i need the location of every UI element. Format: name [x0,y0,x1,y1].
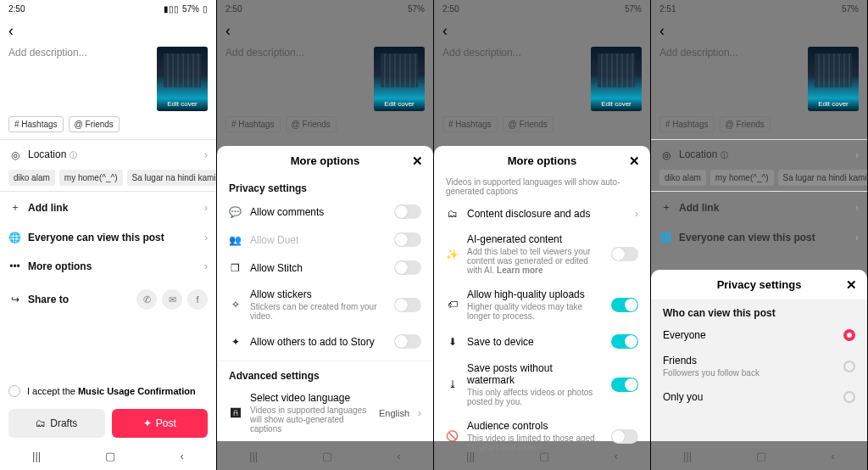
select-language-row[interactable]: 🅰 Select video language Videos in suppor… [217,385,433,440]
close-button[interactable]: ✕ [629,154,640,169]
privacy-sheet: Privacy settings ✕ Who can view this pos… [651,270,867,441]
hashtags-chip: # Hashtags [225,116,281,132]
option-onlyyou-row[interactable]: Only you [651,384,867,410]
location-pill[interactable]: Sa lugar na hindi kami ... [127,170,216,186]
option-friends-row[interactable]: Friends Followers you follow back [651,348,867,384]
status-bar: 2:51 57% [651,0,867,17]
location-label: Location ⓘ [28,148,198,161]
status-right: ▮▯▯ 57% ▯ [164,4,208,14]
option-everyone-row[interactable]: Everyone [651,322,867,348]
add-link-label: Add link [679,202,849,214]
status-bar: 2:50 57% [434,0,650,17]
hq-upload-row[interactable]: 🏷 Allow high-quality uploads Higher qual… [434,282,650,327]
allow-stitch-row[interactable]: ❐ Allow Stitch [217,254,433,282]
back-button[interactable]: ‹ [659,22,665,39]
language-value: English [379,408,409,418]
visibility-row[interactable]: 🌐 Everyone can view this post › [0,223,216,252]
option-friends-radio[interactable] [843,361,855,372]
video-thumbnail[interactable]: Edit cover [157,47,208,111]
option-onlyyou-label: Only you [663,391,835,403]
option-friends-label: Friends [663,355,835,366]
facebook-icon[interactable]: f [187,289,208,310]
description-input[interactable]: Add description... [8,47,152,111]
globe-icon: 🌐 [8,232,21,243]
back-button[interactable]: ‹ [225,22,231,39]
location-pill[interactable]: my home(^_^) [59,170,123,186]
ai-content-sub: Add this label to tell viewers your cont… [467,247,603,275]
chevron-right-icon: › [855,232,859,243]
sheet-header: More options ✕ [434,146,650,176]
allow-stickers-toggle[interactable] [394,298,421,312]
no-watermark-row[interactable]: ⤓ Save posts without watermark This only… [434,355,650,413]
allow-duet-label: Allow Duet [250,234,386,246]
allow-comments-toggle[interactable] [394,204,421,219]
nav-recent-icon[interactable]: ||| [32,450,41,462]
nav-recent-icon[interactable]: ||| [249,450,258,462]
compose-screen-dim: 2:50 57% ‹ Add description... Edit cover… [217,0,434,470]
add-to-story-toggle[interactable] [394,334,421,349]
add-to-story-label: Allow others to add to Story [250,336,386,348]
save-device-row[interactable]: ⬇ Save to device [434,327,650,355]
close-button[interactable]: ✕ [846,277,857,293]
hq-upload-toggle[interactable] [611,298,638,312]
badge-icon: 🏷 [446,299,459,311]
hashtags-chip[interactable]: # Hashtags [8,116,64,132]
edit-cover-label: Edit cover [601,100,632,108]
edit-cover-label[interactable]: Edit cover [167,100,198,108]
music-confirm-radio[interactable] [8,385,20,397]
add-link-label: Add link [28,202,198,214]
learn-more-link[interactable]: Learn more [497,266,542,275]
android-navbar: ||| ▢ ‹ [217,441,433,470]
whatsapp-icon[interactable]: ✆ [136,289,157,310]
option-everyone-radio[interactable] [843,329,855,341]
ai-content-toggle[interactable] [611,247,638,261]
drafts-button[interactable]: 🗂Drafts [8,409,105,438]
nav-home-icon[interactable]: ▢ [756,450,766,462]
ai-content-row[interactable]: ✨ AI-generated content Add this label to… [434,227,650,282]
select-language-sub: Videos in supported languages will show … [250,406,370,434]
allow-stitch-toggle[interactable] [394,260,421,275]
messenger-icon[interactable]: ✉ [162,289,182,310]
video-thumbnail: Edit cover [808,47,859,111]
status-time: 2:51 [659,4,676,14]
location-label: Location ⓘ [679,148,849,161]
battery-text: 57% [182,4,199,14]
nav-home-icon[interactable]: ▢ [105,450,115,462]
status-time: 2:50 [225,4,242,14]
audience-controls-toggle[interactable] [611,429,638,444]
no-watermark-toggle[interactable] [611,378,638,392]
language-icon: 🅰 [229,407,242,419]
location-pill: diko alam [659,170,706,186]
option-everyone-label: Everyone [663,329,835,341]
allow-comments-row[interactable]: 💬 Allow comments [217,198,433,226]
back-button[interactable]: ‹ [442,22,448,39]
hashtags-chip: # Hashtags [659,116,715,132]
more-options-sheet: More options ✕ Videos in supported langu… [434,146,650,441]
option-onlyyou-radio[interactable] [843,391,855,403]
allow-stitch-label: Allow Stitch [250,262,386,274]
allow-comments-label: Allow comments [250,206,386,218]
post-button[interactable]: ✦Post [112,409,209,438]
content-disclosure-row[interactable]: 🗂 Content disclosure and ads › [434,201,650,227]
save-device-toggle[interactable] [611,334,638,349]
nav-home-icon[interactable]: ▢ [322,450,332,462]
location-row[interactable]: ◎ Location ⓘ › [0,140,216,170]
nav-back-icon[interactable]: ‹ [832,450,835,462]
back-button[interactable]: ‹ [8,22,14,39]
close-button[interactable]: ✕ [412,154,423,169]
audience-controls-sub: This video is limited to those aged 18 y… [467,434,603,452]
music-confirmation-row[interactable]: I accept the Music Usage Confirmation [0,378,216,404]
nav-back-icon[interactable]: ‹ [181,450,184,462]
more-options-row[interactable]: ••• More options › [0,252,216,281]
audience-controls-row[interactable]: 🚫 Audience controls This video is limite… [434,413,650,459]
nav-recent-icon[interactable]: ||| [683,450,692,462]
compose-screen-dim: 2:51 57% ‹ Add description... Edit cover… [651,0,868,470]
allow-stickers-label: Allow stickers [250,288,386,300]
add-link-row[interactable]: ＋ Add link › [0,192,216,223]
chevron-right-icon: › [204,202,208,214]
add-to-story-row[interactable]: ✦ Allow others to add to Story [217,327,433,355]
nav-back-icon[interactable]: ‹ [398,450,401,462]
friends-chip[interactable]: @ Friends [69,116,120,132]
location-pill[interactable]: diko alam [8,170,55,186]
allow-stickers-row[interactable]: ✧ Allow stickers Stickers can be created… [217,282,433,327]
